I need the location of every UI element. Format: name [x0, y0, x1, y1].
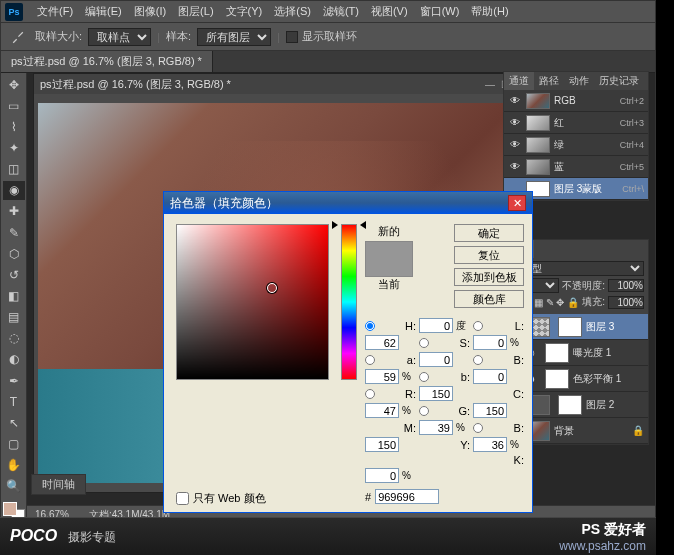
h-unit: 度 [456, 319, 470, 333]
opacity-label: 不透明度: [562, 279, 605, 293]
s-unit: % [510, 337, 524, 348]
menu-file[interactable]: 文件(F) [31, 4, 79, 19]
g-radio[interactable] [419, 406, 429, 416]
b-radio[interactable] [473, 355, 483, 365]
hue-cursor [338, 223, 360, 227]
marquee-tool[interactable]: ▭ [3, 96, 25, 115]
ok-button[interactable]: 确定 [454, 224, 524, 242]
close-icon[interactable]: ✕ [508, 195, 526, 211]
timeline-tab[interactable]: 时间轴 [31, 474, 86, 495]
crop-tool[interactable]: ◫ [3, 160, 25, 179]
path-tool[interactable]: ↖ [3, 413, 25, 432]
web-only-label: 只有 Web 颜色 [193, 491, 266, 506]
r-radio[interactable] [365, 389, 375, 399]
channel-thumb [526, 137, 550, 153]
menu-window[interactable]: 窗口(W) [414, 4, 466, 19]
h-radio[interactable] [365, 321, 375, 331]
zoom-tool[interactable]: 🔍 [3, 477, 25, 496]
k-unit: % [402, 470, 416, 481]
layer-mask-thumb [545, 343, 569, 363]
g-input[interactable] [473, 403, 507, 418]
dialog-titlebar[interactable]: 拾色器（填充颜色） ✕ [164, 192, 532, 214]
sample-size-select[interactable]: 取样点 [88, 28, 151, 46]
a-radio[interactable] [365, 355, 375, 365]
channel-row[interactable]: 👁RGBCtrl+2 [504, 90, 648, 112]
bl-radio[interactable] [473, 423, 483, 433]
hand-tool[interactable]: ✋ [3, 456, 25, 475]
eraser-tool[interactable]: ◧ [3, 286, 25, 305]
l-label: L: [510, 320, 524, 332]
dodge-tool[interactable]: ◐ [3, 350, 25, 369]
menu-type[interactable]: 文字(Y) [220, 4, 269, 19]
h-label: H: [402, 320, 416, 332]
hue-slider[interactable] [341, 224, 357, 380]
channel-name: 绿 [554, 138, 620, 152]
y-input[interactable] [473, 437, 507, 452]
document-titlebar[interactable]: ps过程.psd @ 16.7% (图层 3, RGB/8) * — ☐ ✕ [34, 74, 530, 94]
menu-filter[interactable]: 滤镜(T) [317, 4, 365, 19]
gradient-tool[interactable]: ▤ [3, 308, 25, 327]
stamp-tool[interactable]: ⬡ [3, 244, 25, 263]
tab-actions[interactable]: 动作 [564, 72, 594, 90]
a-input[interactable] [419, 352, 453, 367]
tab-channels[interactable]: 通道 [504, 72, 534, 90]
type-tool[interactable]: T [3, 392, 25, 411]
channel-row[interactable]: 👁绿Ctrl+4 [504, 134, 648, 156]
b-input[interactable] [365, 369, 399, 384]
wand-tool[interactable]: ✦ [3, 138, 25, 157]
visibility-icon[interactable]: 👁 [508, 95, 522, 106]
visibility-icon[interactable]: 👁 [508, 117, 522, 128]
channel-row[interactable]: 👁蓝Ctrl+5 [504, 156, 648, 178]
m-label: M: [402, 422, 416, 434]
add-swatch-button[interactable]: 添加到色板 [454, 268, 524, 286]
tab-history[interactable]: 历史记录 [594, 72, 644, 90]
s-radio[interactable] [419, 338, 429, 348]
menu-view[interactable]: 视图(V) [365, 4, 414, 19]
lasso-tool[interactable]: ⌇ [3, 117, 25, 136]
web-only-checkbox[interactable] [176, 492, 189, 505]
l-radio[interactable] [473, 321, 483, 331]
channels-panel: 通道 路径 动作 历史记录 👁RGBCtrl+2 👁红Ctrl+3 👁绿Ctrl… [503, 71, 649, 201]
l-input[interactable] [365, 335, 399, 350]
pen-tool[interactable]: ✒ [3, 371, 25, 390]
fill-input[interactable] [608, 296, 644, 309]
layer-name: 色彩平衡 1 [573, 372, 621, 386]
sample-select[interactable]: 所有图层 [197, 28, 271, 46]
m-input[interactable] [419, 420, 453, 435]
lab-b-radio[interactable] [419, 372, 429, 382]
lock-icon: 🔒 [632, 425, 644, 436]
color-lib-button[interactable]: 颜色库 [454, 290, 524, 308]
menu-layer[interactable]: 图层(L) [172, 4, 219, 19]
heal-tool[interactable]: ✚ [3, 202, 25, 221]
channel-row[interactable]: 👁红Ctrl+3 [504, 112, 648, 134]
bl-input[interactable] [365, 437, 399, 452]
menu-edit[interactable]: 编辑(E) [79, 4, 128, 19]
show-ring-checkbox[interactable] [286, 31, 298, 43]
photoshop-app: Ps 文件(F) 编辑(E) 图像(I) 图层(L) 文字(Y) 选择(S) 滤… [0, 0, 656, 540]
menu-help[interactable]: 帮助(H) [465, 4, 514, 19]
k-input[interactable] [365, 468, 399, 483]
visibility-icon[interactable]: 👁 [508, 161, 522, 172]
r-input[interactable] [419, 386, 453, 401]
visibility-icon[interactable]: 👁 [508, 139, 522, 150]
h-input[interactable] [419, 318, 453, 333]
eyedropper-tool[interactable]: ◉ [3, 181, 25, 200]
menu-select[interactable]: 选择(S) [268, 4, 317, 19]
opacity-input[interactable] [608, 279, 644, 292]
brush-tool[interactable]: ✎ [3, 223, 25, 242]
document-tab[interactable]: ps过程.psd @ 16.7% (图层 3, RGB/8) * [1, 51, 213, 72]
move-tool[interactable]: ✥ [3, 75, 25, 94]
hex-input[interactable] [375, 489, 439, 504]
shape-tool[interactable]: ▢ [3, 434, 25, 453]
menu-image[interactable]: 图像(I) [128, 4, 172, 19]
tab-paths[interactable]: 路径 [534, 72, 564, 90]
history-brush-tool[interactable]: ↺ [3, 265, 25, 284]
s-input[interactable] [473, 335, 507, 350]
saturation-field[interactable] [176, 224, 329, 380]
cancel-button[interactable]: 复位 [454, 246, 524, 264]
lab-b-input[interactable] [473, 369, 507, 384]
lock-icons[interactable]: ▦ ✎ ✥ 🔒 [534, 297, 579, 308]
blur-tool[interactable]: ◌ [3, 329, 25, 348]
minimize-icon[interactable]: — [485, 79, 495, 90]
c-input[interactable] [365, 403, 399, 418]
